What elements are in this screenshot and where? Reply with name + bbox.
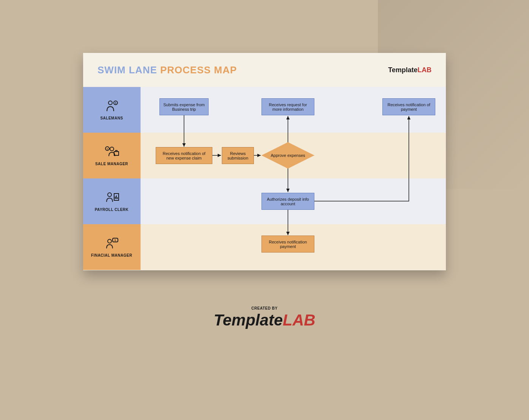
footer-brand-1: Template — [213, 311, 283, 329]
clerk-chart-icon — [104, 191, 119, 205]
lane-sale-manager: $ SALE MANAGER Receives notification of … — [83, 133, 446, 178]
title-part-2: PROCESS MAP — [160, 64, 237, 76]
node-submit-expense: Submits expense from Business trip — [159, 98, 209, 115]
node-receive-payment-notification: Receives notification of payment — [382, 98, 435, 115]
svg-point-5 — [110, 147, 114, 151]
lane-label: SALEMANS — [100, 116, 123, 120]
brand-part-2: LAB — [418, 66, 432, 74]
manager-briefcase-icon: $ — [104, 146, 119, 160]
node-receive-info-request: Receives request for more information — [261, 98, 314, 115]
lane-head-payroll-clerk: PAYROLL CLERK — [83, 178, 141, 224]
node-approve-expenses: Approve expenses — [261, 142, 314, 169]
svg-point-13 — [108, 239, 111, 243]
lane-head-financial-manager: $ FINACIAL MANAGER — [83, 224, 141, 270]
svg-text:$: $ — [107, 148, 108, 150]
footer-brand: CREATED BY TemplateLAB — [213, 306, 315, 329]
footer-brand-3: B — [304, 311, 315, 329]
financial-manager-icon: $ — [104, 237, 119, 251]
footer-brand-2: L — [283, 311, 292, 329]
title-part-1: SWIM LANE — [97, 64, 157, 76]
page-title: SWIM LANE PROCESS MAP — [97, 64, 237, 76]
node-receive-claim: Receives notification of new expense cla… — [156, 147, 212, 164]
svg-point-8 — [108, 193, 111, 197]
node-review-submission: Reviews submission — [222, 147, 254, 164]
swimlane-card: SWIM LANE PROCESS MAP TemplateLAB $ SALE… — [83, 53, 446, 270]
lane-head-salesman: $ SALEMANS — [83, 87, 141, 133]
person-money-icon: $ — [105, 100, 119, 114]
svg-text:$: $ — [114, 239, 116, 242]
footer-created-by: CREATED BY — [213, 306, 315, 310]
brand-logo: TemplateLAB — [388, 66, 432, 74]
brand-part-1: Template — [388, 66, 418, 74]
svg-point-0 — [108, 101, 112, 105]
lane-label: SALE MANAGER — [95, 162, 128, 166]
svg-rect-7 — [116, 150, 117, 152]
node-receive-payment: Receives notification payment — [261, 236, 314, 253]
lane-label: PAYROLL CLERK — [95, 208, 129, 212]
swimlanes: $ SALEMANS Submits expense from Business… — [83, 87, 446, 270]
node-approve-label: Approve expenses — [271, 153, 305, 158]
lane-head-sale-manager: $ SALE MANAGER — [83, 133, 141, 178]
footer-brand-a: A — [292, 311, 304, 329]
svg-text:$: $ — [115, 102, 116, 104]
lane-financial-manager: $ FINACIAL MANAGER Receives notification… — [83, 224, 446, 270]
node-authorize-deposit: Authorizes deposit info account — [261, 193, 314, 210]
header: SWIM LANE PROCESS MAP TemplateLAB — [83, 53, 446, 87]
lane-payroll-clerk: PAYROLL CLERK Authorizes deposit info ac… — [83, 178, 446, 224]
lane-salesman: $ SALEMANS Submits expense from Business… — [83, 87, 446, 133]
lane-label: FINACIAL MANAGER — [91, 253, 132, 257]
